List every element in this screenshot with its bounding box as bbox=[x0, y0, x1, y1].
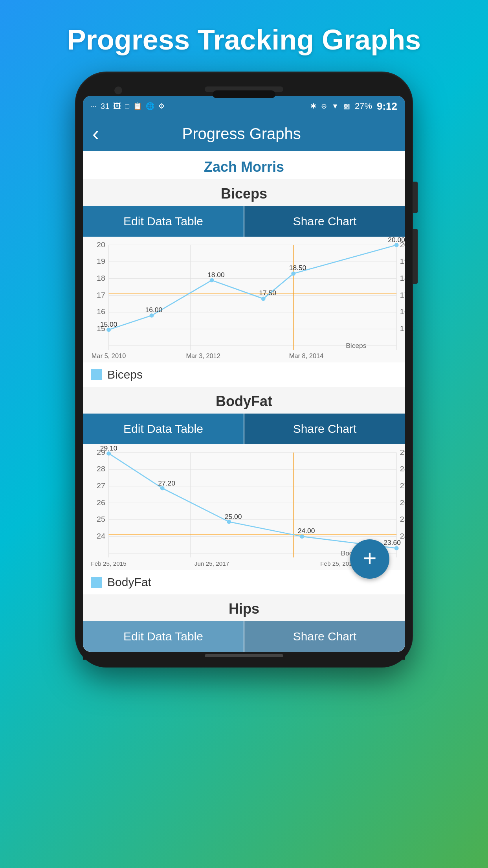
svg-text:18: 18 bbox=[97, 274, 105, 282]
sim-icon: ▩ bbox=[343, 102, 350, 110]
bodyfat-legend-color bbox=[91, 577, 102, 588]
phone-camera bbox=[114, 86, 122, 94]
biceps-share-btn[interactable]: Share Chart bbox=[244, 206, 405, 237]
status-right-icons: ✱ ⊖ ▼ ▩ 27% 9:12 bbox=[310, 100, 397, 112]
biceps-chart-area: 20 19 18 17 16 15 20 19 18 17 16 bbox=[83, 237, 405, 362]
biceps-buttons: Edit Data Table Share Chart bbox=[83, 206, 405, 237]
fab-plus-icon: + bbox=[363, 546, 376, 570]
svg-text:24: 24 bbox=[97, 531, 105, 540]
status-icon-globe: 🌐 bbox=[146, 102, 154, 110]
page-title-text: Progress Tracking Graphs bbox=[51, 0, 437, 72]
status-icon-calendar: 31 bbox=[101, 102, 109, 111]
svg-text:17: 17 bbox=[400, 291, 405, 299]
home-indicator bbox=[205, 654, 283, 657]
svg-text:20.00: 20.00 bbox=[388, 237, 405, 244]
svg-text:15.00: 15.00 bbox=[100, 321, 117, 329]
wifi-icon: ▼ bbox=[332, 102, 339, 110]
biceps-legend-label: Biceps bbox=[107, 368, 143, 381]
svg-text:Mar 5, 2010: Mar 5, 2010 bbox=[92, 353, 126, 360]
screen-content: Zach Morris Biceps Edit Data Table Share… bbox=[83, 151, 405, 652]
svg-text:24.00: 24.00 bbox=[298, 527, 315, 535]
svg-text:29.10: 29.10 bbox=[100, 444, 117, 452]
svg-text:25.00: 25.00 bbox=[225, 513, 242, 520]
svg-point-33 bbox=[291, 272, 295, 276]
phone-earpiece bbox=[213, 90, 275, 98]
hips-buttons: Edit Data Table Share Chart bbox=[83, 621, 405, 652]
svg-text:25: 25 bbox=[400, 515, 405, 524]
phone-side-btn bbox=[413, 182, 418, 213]
hips-share-btn[interactable]: Share Chart bbox=[244, 621, 405, 652]
bodyfat-edit-btn[interactable]: Edit Data Table bbox=[83, 414, 244, 444]
app-bar: ‹ Progress Graphs bbox=[83, 116, 405, 151]
phone-wrapper: ··· 31 🖼 □ 📋 🌐 ⚙ ✱ ⊖ ▼ ▩ 27% 9:12 bbox=[75, 72, 413, 668]
biceps-title: Biceps bbox=[83, 179, 405, 206]
hips-edit-btn[interactable]: Edit Data Table bbox=[83, 621, 244, 652]
status-icon-apps: ··· bbox=[91, 102, 97, 110]
bodyfat-title: BodyFat bbox=[83, 387, 405, 414]
hips-section: Hips Edit Data Table Share Chart bbox=[83, 594, 405, 652]
bluetooth-icon: ✱ bbox=[310, 102, 316, 110]
biceps-legend-color bbox=[91, 369, 102, 380]
svg-text:26: 26 bbox=[400, 498, 405, 507]
bodyfat-section: BodyFat Edit Data Table Share Chart bbox=[83, 387, 405, 594]
svg-text:23.60: 23.60 bbox=[383, 539, 401, 546]
svg-point-30 bbox=[149, 313, 154, 318]
bodyfat-legend-label: BodyFat bbox=[107, 576, 151, 589]
bodyfat-legend: BodyFat + bbox=[83, 570, 405, 594]
svg-text:27: 27 bbox=[97, 481, 105, 490]
biceps-edit-btn[interactable]: Edit Data Table bbox=[83, 206, 244, 237]
status-left-icons: ··· 31 🖼 □ 📋 🌐 ⚙ bbox=[91, 102, 165, 111]
svg-text:18.50: 18.50 bbox=[289, 264, 306, 272]
status-bar: ··· 31 🖼 □ 📋 🌐 ⚙ ✱ ⊖ ▼ ▩ 27% 9:12 bbox=[83, 96, 405, 116]
svg-point-74 bbox=[300, 534, 304, 539]
status-icon-clipboard: 📋 bbox=[133, 102, 142, 110]
svg-text:Mar 3, 2012: Mar 3, 2012 bbox=[186, 353, 220, 360]
status-icon-square: □ bbox=[125, 102, 129, 110]
biceps-section: Biceps Edit Data Table Share Chart bbox=[83, 179, 405, 387]
battery-pct: 27% bbox=[355, 101, 372, 111]
phone-screen: ··· 31 🖼 □ 📋 🌐 ⚙ ✱ ⊖ ▼ ▩ 27% 9:12 bbox=[83, 96, 405, 652]
biceps-legend: Biceps bbox=[83, 362, 405, 387]
bodyfat-buttons: Edit Data Table Share Chart bbox=[83, 414, 405, 444]
phone-top bbox=[83, 79, 405, 96]
svg-text:20: 20 bbox=[97, 240, 105, 249]
back-button[interactable]: ‹ bbox=[92, 123, 99, 144]
svg-text:Feb 25, 201: Feb 25, 201 bbox=[320, 561, 352, 567]
svg-text:17.50: 17.50 bbox=[259, 289, 276, 297]
bodyfat-share-btn[interactable]: Share Chart bbox=[244, 414, 405, 444]
svg-text:19: 19 bbox=[400, 257, 405, 266]
svg-text:19: 19 bbox=[97, 257, 105, 266]
svg-text:27.20: 27.20 bbox=[158, 479, 175, 487]
svg-text:17: 17 bbox=[97, 291, 105, 299]
svg-text:16: 16 bbox=[400, 307, 405, 316]
hips-title: Hips bbox=[83, 594, 405, 621]
svg-text:27: 27 bbox=[400, 481, 405, 490]
svg-text:Biceps: Biceps bbox=[346, 342, 367, 349]
svg-text:28: 28 bbox=[97, 465, 105, 473]
svg-text:28: 28 bbox=[400, 465, 405, 473]
svg-point-32 bbox=[261, 297, 266, 301]
svg-text:16: 16 bbox=[97, 307, 105, 316]
phone-bottom-bar bbox=[83, 652, 405, 660]
app-bar-title: Progress Graphs bbox=[107, 125, 396, 143]
status-icon-settings: ⚙ bbox=[158, 102, 165, 110]
svg-point-75 bbox=[394, 546, 399, 550]
phone-side-btn2 bbox=[413, 229, 418, 284]
svg-text:Mar 8, 2014: Mar 8, 2014 bbox=[289, 353, 323, 360]
svg-text:25: 25 bbox=[97, 515, 105, 524]
svg-text:16.00: 16.00 bbox=[145, 306, 163, 314]
svg-text:15: 15 bbox=[400, 324, 405, 333]
svg-text:18: 18 bbox=[400, 274, 405, 282]
svg-text:18.00: 18.00 bbox=[207, 271, 225, 279]
svg-text:Feb 25, 2015: Feb 25, 2015 bbox=[91, 561, 127, 567]
svg-text:26: 26 bbox=[97, 498, 105, 507]
svg-text:Jun 25, 2017: Jun 25, 2017 bbox=[194, 561, 229, 567]
status-time: 9:12 bbox=[377, 100, 397, 112]
fab-button[interactable]: + bbox=[350, 539, 389, 579]
biceps-chart-svg: 20 19 18 17 16 15 20 19 18 17 16 bbox=[83, 237, 405, 362]
phone-frame: ··· 31 🖼 □ 📋 🌐 ⚙ ✱ ⊖ ▼ ▩ 27% 9:12 bbox=[75, 72, 413, 668]
mute-icon: ⊖ bbox=[321, 102, 327, 110]
user-name: Zach Morris bbox=[83, 151, 405, 179]
status-icon-photo: 🖼 bbox=[113, 102, 121, 111]
svg-text:29: 29 bbox=[400, 448, 405, 456]
